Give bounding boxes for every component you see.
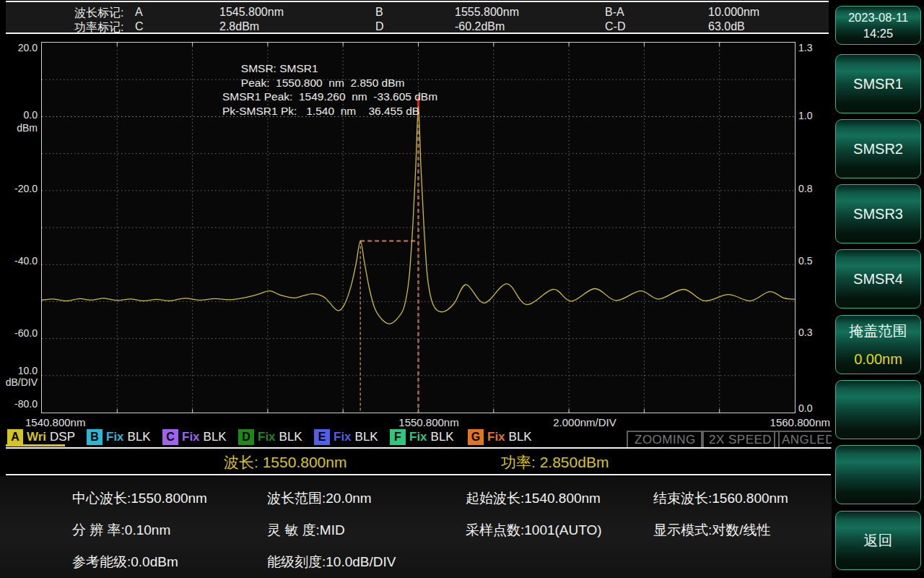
trace-mode-label: Fix xyxy=(409,430,427,444)
divider xyxy=(6,33,829,34)
badge-2x-speed: 2X SPEED xyxy=(701,431,780,449)
trace-legend-item-b[interactable]: BFixBLK xyxy=(87,428,151,445)
trace-state-label: BLK xyxy=(279,430,302,444)
trace-state-label: BLK xyxy=(128,430,151,444)
y-axis-left-label: 20.0 xyxy=(18,42,38,53)
y-axis-left-label: -40.0 xyxy=(14,255,38,267)
marker-value: 1545.800nm xyxy=(219,6,284,19)
y-axis-right-label: 0.3 xyxy=(798,327,812,338)
setting-item: 灵 敏 度:MID xyxy=(267,521,345,540)
marker-id: C xyxy=(135,20,144,33)
softkey-label: 返回 xyxy=(864,531,893,551)
trace-state-label: BLK xyxy=(355,430,378,444)
spectrum-plot: SMSR: SMSR1 Peak: 1550.800 nm 2.850 dBm … xyxy=(41,42,796,413)
sidebar-button-blank-1[interactable] xyxy=(835,380,921,439)
active-trace-underline xyxy=(6,444,65,447)
x-axis-label: 1560.800nm xyxy=(770,416,830,428)
softkey-label: 掩盖范围 xyxy=(850,322,907,341)
settings-panel: 中心波长:1550.800nm分 辨 率:0.10nm参考能级:0.0dBm波长… xyxy=(0,476,832,578)
y-axis-right-label: 1.3 xyxy=(798,42,812,53)
marker-id: B xyxy=(375,6,383,19)
setting-item: 采样点数:1001(AUTO) xyxy=(466,521,602,540)
setting-item: 波长范围:20.0nm xyxy=(267,489,372,508)
marker-row-label: 波长标记: xyxy=(74,6,123,21)
trace-mode-label: Wri xyxy=(27,430,46,444)
osa-screen: 波长标记:A1545.800nmB1555.800nmB-A10.000nm功率… xyxy=(0,0,924,578)
sidebar-button-datetime[interactable]: 2023-08-1114:25 xyxy=(835,6,921,45)
softkey-sidebar: 2023-08-1114:25SMSR1SMSR2SMSR3SMSR4掩盖范围0… xyxy=(832,0,924,578)
sidebar-button-back[interactable]: 返回 xyxy=(835,511,921,570)
setting-item: 分 辨 率:0.10nm xyxy=(72,521,170,540)
y-axis-right-label: 1.0 xyxy=(798,110,812,121)
trace-legend-item-d[interactable]: DFixBLK xyxy=(238,428,302,445)
trace-color-box: B xyxy=(87,429,103,445)
setting-item: 起始波长:1540.800nm xyxy=(466,489,601,508)
marker-delta-id: C-D xyxy=(605,20,625,33)
trace-state-label: BLK xyxy=(509,430,532,444)
softkey-label: SMSR3 xyxy=(853,206,903,223)
trace-mode-label: Fix xyxy=(334,430,352,444)
setting-item: 结束波长:1560.800nm xyxy=(653,489,788,508)
trace-mode-label: Fix xyxy=(258,430,276,444)
trace-color-box: D xyxy=(238,429,254,445)
sidebar-button-mask-range[interactable]: 掩盖范围0.00nm xyxy=(835,315,921,374)
softkey-label: SMSR4 xyxy=(853,271,903,288)
sidebar-button-smsr1[interactable]: SMSR1 xyxy=(835,54,921,113)
trace-color-box: C xyxy=(162,429,178,445)
marker-id: D xyxy=(375,20,384,33)
x-axis-label: 1550.800nm xyxy=(385,416,472,428)
marker-delta-value: 10.000nm xyxy=(708,6,759,19)
x-axis-label: 1540.800nm xyxy=(25,416,85,428)
trace-color-box: G xyxy=(468,429,484,445)
marker-delta-value: 63.0dB xyxy=(708,20,745,33)
sidebar-button-smsr3[interactable]: SMSR3 xyxy=(835,184,921,243)
trace-color-box: A xyxy=(7,429,23,445)
y-axis-left-label: dB/DIV xyxy=(6,376,38,388)
trace-legend-item-e[interactable]: EFixBLK xyxy=(314,428,378,445)
softkey-label: SMSR1 xyxy=(853,76,903,92)
power-readout: 功率: 2.850dBm xyxy=(501,452,609,473)
marker-value: 2.8dBm xyxy=(219,20,259,33)
x-axis-label: 2.000nm/DIV xyxy=(541,416,628,428)
datetime-line: 14:25 xyxy=(863,25,893,41)
y-axis-left-label: 10.0 xyxy=(18,365,38,376)
setting-item: 能级刻度:10.0dB/DIV xyxy=(267,553,396,571)
y-axis-right-label: 0.0 xyxy=(798,402,812,414)
setting-item: 显示模式:对数/线性 xyxy=(653,521,771,540)
setting-item: 中心波长:1550.800nm xyxy=(72,489,207,508)
trace-mode-label: Fix xyxy=(182,430,200,444)
y-axis-right-label: 0.8 xyxy=(798,183,812,194)
softkey-value: 0.00nm xyxy=(854,351,902,368)
marker-id: A xyxy=(135,6,143,19)
wavelength-readout: 波长: 1550.800nm xyxy=(224,452,346,473)
trace-mode-label: Fix xyxy=(106,430,124,444)
trace-color-box: F xyxy=(390,429,406,445)
marker-value: -60.2dBm xyxy=(455,20,505,33)
trace-state-label: BLK xyxy=(204,430,227,444)
y-axis-left-label: -60.0 xyxy=(14,327,38,339)
setting-item: 参考能级:0.0dBm xyxy=(72,553,178,571)
sidebar-button-smsr2[interactable]: SMSR2 xyxy=(835,119,921,178)
badge-zooming: ZOOMING xyxy=(627,431,704,449)
sidebar-button-blank-2[interactable] xyxy=(835,445,921,504)
y-axis-left-label: dBm xyxy=(17,122,38,134)
y-axis-left-label: -80.0 xyxy=(14,398,38,410)
datetime-line: 2023-08-11 xyxy=(848,9,908,25)
marker-header: 波长标记:A1545.800nmB1555.800nmB-A10.000nm功率… xyxy=(6,2,829,33)
marker-delta-id: B-A xyxy=(605,6,624,19)
softkey-label: SMSR2 xyxy=(853,141,903,158)
trace-legend-item-a[interactable]: AWriDSP xyxy=(7,428,75,445)
divider xyxy=(6,447,831,449)
trace-state-label: BLK xyxy=(431,430,454,444)
trace-mode-label: Fix xyxy=(487,430,505,444)
y-axis-left-label: 0.0 xyxy=(24,109,38,121)
trace-legend-item-c[interactable]: CFixBLK xyxy=(162,428,227,445)
trace-legend-item-f[interactable]: FFixBLK xyxy=(390,428,454,445)
trace-legend-item-g[interactable]: GFixBLK xyxy=(468,428,532,445)
sidebar-button-smsr4[interactable]: SMSR4 xyxy=(835,249,921,309)
trace-color-box: E xyxy=(314,429,330,445)
marker-value: 1555.800nm xyxy=(455,6,519,19)
divider xyxy=(6,474,831,475)
smsr-annotation: SMSR: SMSR1 Peak: 1550.800 nm 2.850 dBm … xyxy=(222,61,437,118)
y-axis-right-label: 0.5 xyxy=(798,255,812,267)
